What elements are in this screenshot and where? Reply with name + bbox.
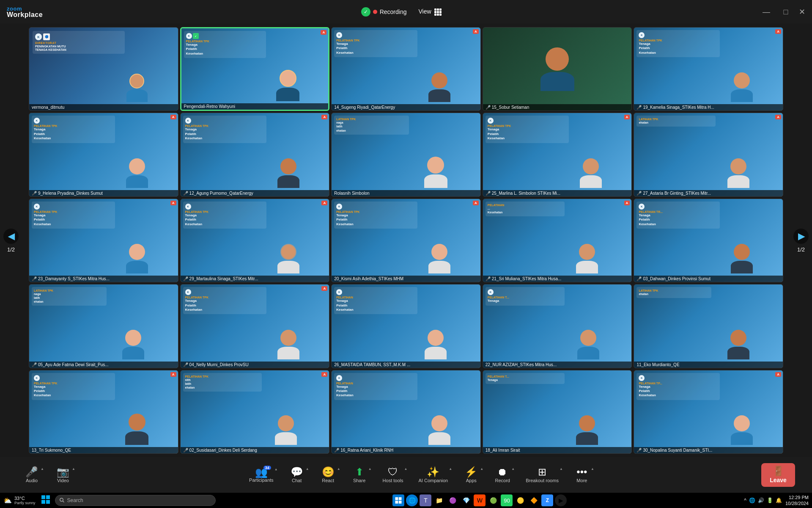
titlebar-center: ✓ Recording View xyxy=(358,6,445,18)
participant-cell-25[interactable]: K PELATIHAN TP... TenagaPelatihKesehatan… xyxy=(634,370,783,454)
taskbar-app-6[interactable]: W xyxy=(474,494,486,506)
participant-name-21: 13_Tri Sukmono_QE xyxy=(29,447,178,453)
shield-icon: ✓ xyxy=(361,7,370,17)
participant-cell-7[interactable]: K PELATIHAN TPK TenagaPelatihKesehatan A… xyxy=(180,113,330,196)
participant-cell-16[interactable]: LATIHAN TPK nagalatihehatan 🎤 05_Ayu Ade… xyxy=(29,284,178,368)
participant-cell-12[interactable]: K PELATIHAN TPK TenagaPelatihKesehatan A… xyxy=(180,199,330,282)
participant-cell-24[interactable]: PELATIHAN T... Tenaga 18_Ali Imran Sirai… xyxy=(483,370,632,454)
participant-name-5: 🎤 19_Kamelia Sinaga_STIKes Mitra H... xyxy=(634,104,783,110)
mute-icon-25: 🎤 xyxy=(636,448,642,453)
participant-cell-11[interactable]: K PELATIHAN TPK TenagaPelatihKesehatan A… xyxy=(29,199,178,282)
host-tools-button[interactable]: ▲ 🛡 Host tools xyxy=(376,464,410,486)
participant-cell-19[interactable]: K PELATIHAN T... Tenaga 22_NUR AZIZAH_ST… xyxy=(483,284,632,368)
participant-cell-15[interactable]: K PELATIHAN TR... TenagaPelatihKesehatan… xyxy=(634,199,783,282)
taskbar-app-9[interactable]: 🔶 xyxy=(528,494,540,506)
system-tray: ^ 🌐 🔊 🔋 🔔 xyxy=(744,497,782,503)
record-label: Record xyxy=(495,478,510,483)
audio-button[interactable]: ▲ 🎤 Audio xyxy=(17,464,47,486)
react-caret[interactable]: ▲ xyxy=(337,467,340,471)
participant-cell-3[interactable]: K PELATIHAN TPK TenagaPelatihKesehatan A… xyxy=(331,27,481,111)
participant-cell-20[interactable]: LATIHAN TPK ehatan 11_Eko Murdianto_QE xyxy=(634,284,783,368)
participant-name-12: 🎤 29_Martaulina Sinaga_STIKes Mitr... xyxy=(181,276,329,282)
minimize-button[interactable]: — xyxy=(760,8,773,17)
chat-button[interactable]: ▲ 💬 Chat xyxy=(282,464,312,486)
view-button[interactable]: View xyxy=(415,6,445,17)
host-tools-caret[interactable]: ▲ xyxy=(404,467,408,471)
participant-cell-14[interactable]: PELATIHAN ...Kesehatan A 🎤 21_Sri Mulian… xyxy=(483,199,632,282)
participant-name-14: 🎤 21_Sri Muliana_STIKes Mitra Husa... xyxy=(483,276,632,282)
taskbar-app-files[interactable]: 📁 xyxy=(433,494,445,506)
mute-icon-7: 🎤 xyxy=(183,191,188,196)
clock-time: 12:29 PM xyxy=(785,494,809,500)
taskbar-app-5[interactable]: 💎 xyxy=(460,494,472,506)
video-button[interactable]: ▲ 📷 Video xyxy=(48,464,78,486)
breakout-caret[interactable]: ▲ xyxy=(560,467,563,471)
apps-button[interactable]: ▲ ⚡ Apps xyxy=(456,464,486,486)
participants-button[interactable]: ▲ 👥 34 Participants xyxy=(242,465,280,485)
participant-cell-23[interactable]: K PELATIHAN TenagaPelatihKesehatan 🎤 16_… xyxy=(331,370,481,454)
taskbar-app-4[interactable]: 🟣 xyxy=(447,494,458,506)
apps-caret[interactable]: ▲ xyxy=(480,467,483,471)
taskbar-app-1[interactable] xyxy=(392,494,404,506)
video-caret[interactable]: ▲ xyxy=(72,467,75,471)
leave-button[interactable]: 🚪 Leave xyxy=(761,463,795,487)
participant-cell-18[interactable]: K PELATIHAN TenagaPelatihKesehatan 26_MA… xyxy=(331,284,481,368)
taskbar-app-7[interactable]: 🟢 xyxy=(487,494,499,506)
participant-name-1: vermona_ditmutu xyxy=(29,104,178,110)
taskbar-search[interactable]: Search xyxy=(55,495,216,506)
taskbar-weather: ⛅ 33°C Partly sunny xyxy=(3,496,36,505)
participant-cell-1[interactable]: K 🔵 DIREKTORAT PENINGKATAN MUTU TENAGA K… xyxy=(29,27,178,111)
record-caret[interactable]: ▲ xyxy=(511,467,515,471)
battery-icon: 🔋 xyxy=(767,497,773,503)
more-caret[interactable]: ▲ xyxy=(591,467,594,471)
share-button[interactable]: ▲ ⬆ Share xyxy=(345,464,374,486)
host-tools-icon: 🛡 xyxy=(388,467,398,477)
participants-caret[interactable]: ▲ xyxy=(274,467,278,471)
weather-temp: 33°C xyxy=(14,496,36,501)
participant-cell-5[interactable]: K PELATIHAN TPK TenagaPelatihKesehatan A… xyxy=(634,27,783,111)
taskbar-app-teams[interactable]: T xyxy=(420,494,431,506)
maximize-button[interactable]: □ xyxy=(779,8,792,17)
mute-icon-10: 🎤 xyxy=(636,191,642,196)
participant-cell-22[interactable]: PELATIHAN TPK nlthlatihehatan A 🎤 02_Sus… xyxy=(180,370,330,454)
participant-cell-17[interactable]: K PELATIHAN TPK TenagaPelatihKesehatan A… xyxy=(180,284,330,368)
taskbar-app-8[interactable]: 🟡 xyxy=(514,494,526,506)
participant-cell-13[interactable]: K PELATIHAN TPK TenagaPelatihKesehatan A… xyxy=(331,199,481,282)
recording-text: Recording xyxy=(380,8,407,15)
participant-name-17: 🎤 04_Nelly Murni_Dinkes ProvSU xyxy=(181,362,329,368)
close-button[interactable]: ✕ xyxy=(799,7,805,17)
audio-caret[interactable]: ▲ xyxy=(41,467,44,471)
taskbar-app-zoom[interactable]: Z xyxy=(541,494,553,506)
chat-caret[interactable]: ▲ xyxy=(306,467,309,471)
zoom-logo-bottom: Workplace xyxy=(7,11,43,18)
toolbar: ▲ 🎤 Audio ▲ 📷 Video ▲ 👥 34 Participants … xyxy=(0,457,812,493)
nav-left-label: 1/2 xyxy=(7,246,15,253)
participant-cell-9[interactable]: K PELATIHAN TPK TenagaPelatihKesehatan A… xyxy=(483,113,632,196)
nav-left[interactable]: ◀ 1/2 xyxy=(3,24,19,457)
taskbar-app-whatsapp[interactable]: 90 xyxy=(501,494,513,506)
participant-cell-21[interactable]: K PELATIHAN TPK TenagaPelatihKesehatan A… xyxy=(29,370,178,454)
record-button[interactable]: ▲ ⏺ Record xyxy=(488,464,517,486)
share-caret[interactable]: ▲ xyxy=(368,467,372,471)
apps-icon: ⚡ xyxy=(465,467,477,477)
participant-cell-2[interactable]: K ✓ PELATIHAN TPK TenagaPelatihKesehatan… xyxy=(180,27,330,111)
svg-line-5 xyxy=(63,501,64,502)
nav-right[interactable]: ▶ 1/2 xyxy=(793,24,809,457)
ai-companion-button[interactable]: ▲ ✨ AI Companion xyxy=(412,464,455,486)
ai-caret[interactable]: ▲ xyxy=(449,467,452,471)
start-button[interactable] xyxy=(41,494,51,506)
mute-icon-14: 🎤 xyxy=(486,276,491,281)
participant-cell-6[interactable]: K PELATIHAN TPK TenagaPelatihKesehatan A… xyxy=(29,113,178,196)
clock: 12:29 PM 10/28/2024 xyxy=(785,494,809,507)
taskbar-app-edge[interactable]: 🌐 xyxy=(406,494,418,506)
react-button[interactable]: ▲ 😊 React xyxy=(313,464,343,486)
participant-cell-8[interactable]: LATIHAN TPK nagalatihehatan Rolasnih Sim… xyxy=(331,113,481,196)
more-button[interactable]: ▲ ••• More xyxy=(567,464,597,486)
breakout-button[interactable]: ▲ ⊞ Breakout rooms xyxy=(519,464,565,486)
chat-label: Chat xyxy=(292,478,302,483)
taskbar-app-media[interactable]: ▶ xyxy=(555,494,567,506)
participant-cell-4[interactable]: 🎤 15_Sobur Setiaman xyxy=(483,27,632,111)
participant-cell-10[interactable]: LATIHAN TPK ehatan A 🎤 27_Astaria Br Gin… xyxy=(634,113,783,196)
participant-name-16: 🎤 05_Ayu Ade Fatma Dewi Sirait_Pus... xyxy=(29,362,178,368)
chevron-icon[interactable]: ^ xyxy=(744,497,746,503)
